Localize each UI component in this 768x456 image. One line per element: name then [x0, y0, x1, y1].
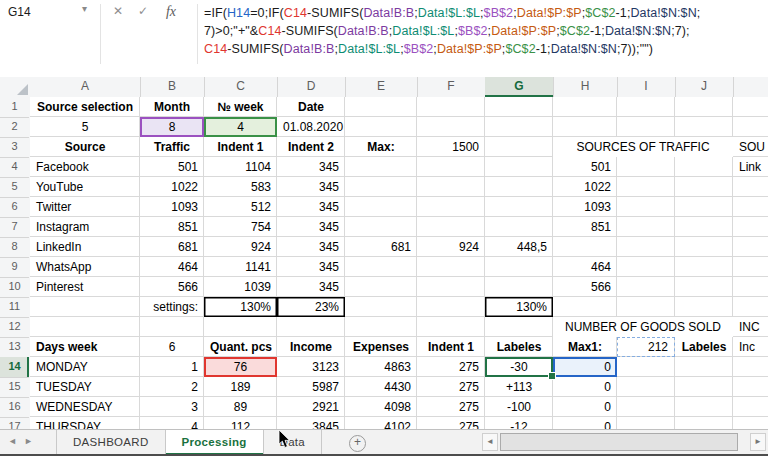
row-header-13[interactable]: 13: [0, 337, 29, 358]
cell-C10[interactable]: 1039: [204, 277, 277, 297]
scroll-right-icon[interactable]: ►: [750, 433, 766, 451]
cell-D16[interactable]: 2921: [277, 397, 345, 417]
cell-E8[interactable]: 681: [345, 237, 417, 257]
row-header-4[interactable]: 4: [0, 157, 29, 178]
cell-E15[interactable]: 4430: [345, 377, 417, 397]
cell-C15[interactable]: 189: [204, 377, 277, 397]
cell-H4[interactable]: 501: [553, 157, 617, 177]
row-header-8[interactable]: 8: [0, 237, 29, 258]
cell-H5[interactable]: 1022: [553, 177, 617, 197]
formula-input[interactable]: =IF(H14=0;IF(C14-SUMIFS(Data!B:B;Data!$L…: [204, 4, 766, 58]
row-header-16[interactable]: 16: [0, 397, 29, 418]
cell-D7[interactable]: 345: [277, 217, 345, 237]
scroll-left-icon[interactable]: ◄: [482, 433, 498, 451]
cell-H12[interactable]: NUMBER OF GOODS SOLD: [553, 317, 733, 337]
cell-A17[interactable]: THURSDAY: [30, 417, 140, 429]
row-header-5[interactable]: 5: [0, 177, 29, 198]
cell-B1[interactable]: Month: [140, 97, 204, 117]
cell-G14[interactable]: -30: [485, 357, 553, 377]
cell-B7[interactable]: 851: [140, 217, 204, 237]
cell-B2[interactable]: 8: [140, 117, 204, 137]
cell-C9[interactable]: 1141: [204, 257, 277, 277]
cell-F16[interactable]: 275: [417, 397, 485, 417]
cell-C3[interactable]: Indent 1: [204, 137, 277, 157]
col-header-G[interactable]: G: [485, 77, 554, 97]
sheet-tab-processing[interactable]: Processing: [166, 430, 264, 455]
cell-B13[interactable]: 6: [140, 337, 204, 357]
cell-D6[interactable]: 345: [277, 197, 345, 217]
cell-H17[interactable]: 0: [553, 417, 617, 429]
cell-C6[interactable]: 512: [204, 197, 277, 217]
cell-C7[interactable]: 754: [204, 217, 277, 237]
cell-B3[interactable]: Traffic: [140, 137, 204, 157]
cell-B4[interactable]: 501: [140, 157, 204, 177]
cell-G8[interactable]: 448,5: [485, 237, 553, 257]
cell-B11[interactable]: settings:: [140, 297, 204, 317]
cell-C14[interactable]: 76: [204, 357, 277, 377]
cell-G13[interactable]: Labeles: [485, 337, 553, 357]
cell-G15[interactable]: +113: [485, 377, 553, 397]
select-all-corner[interactable]: [0, 77, 31, 98]
row-header-11[interactable]: 11: [0, 297, 29, 318]
tab-nav-left-icon[interactable]: ◄: [8, 436, 17, 446]
cell-C1[interactable]: № week: [204, 97, 277, 117]
row-header-10[interactable]: 10: [0, 277, 29, 298]
cell-C4[interactable]: 1104: [204, 157, 277, 177]
col-header-E[interactable]: E: [345, 77, 418, 97]
cell-C11[interactable]: 130%: [204, 297, 277, 317]
col-header-C[interactable]: C: [204, 77, 278, 97]
sheet-tab-dashboard[interactable]: DASHBOARD: [56, 430, 166, 455]
cell-F13[interactable]: Indent 1: [417, 337, 485, 357]
cell-B6[interactable]: 1093: [140, 197, 204, 217]
cell-A6[interactable]: Twitter: [30, 197, 140, 217]
cell-E13[interactable]: Expenses: [345, 337, 417, 357]
cell-A14[interactable]: MONDAY: [30, 357, 140, 377]
col-header-H[interactable]: H: [553, 77, 618, 97]
cell-B9[interactable]: 464: [140, 257, 204, 277]
cell-D2[interactable]: 01.08.2020: [277, 117, 345, 137]
cell-C5[interactable]: 583: [204, 177, 277, 197]
cell-A8[interactable]: LinkedIn: [30, 237, 140, 257]
cell-D13[interactable]: Income: [277, 337, 345, 357]
cell-G17[interactable]: -12: [485, 417, 553, 429]
col-header-B[interactable]: B: [140, 77, 205, 97]
cell-E16[interactable]: 4098: [345, 397, 417, 417]
cell-H16[interactable]: 0: [553, 397, 617, 417]
horizontal-scrollbar[interactable]: ◄ ►: [482, 433, 766, 451]
col-header-F[interactable]: F: [417, 77, 486, 97]
cell-A5[interactable]: YouTube: [30, 177, 140, 197]
cell-G16[interactable]: -100: [485, 397, 553, 417]
cell-K3[interactable]: SOU: [733, 137, 768, 157]
cell-K4[interactable]: Link: [733, 157, 768, 177]
cell-B17[interactable]: 4: [140, 417, 204, 429]
row-header-12[interactable]: 12: [0, 317, 29, 338]
fill-handle[interactable]: [548, 372, 556, 380]
cell-D5[interactable]: 345: [277, 177, 345, 197]
cell-B15[interactable]: 2: [140, 377, 204, 397]
cell-F14[interactable]: 275: [417, 357, 485, 377]
row-header-3[interactable]: 3: [0, 137, 29, 158]
cell-B16[interactable]: 3: [140, 397, 204, 417]
cell-A16[interactable]: WEDNESDAY: [30, 397, 140, 417]
cell-G11[interactable]: 130%: [485, 297, 553, 317]
cell-A3[interactable]: Source: [30, 137, 140, 157]
row-header-7[interactable]: 7: [0, 217, 29, 238]
cell-A4[interactable]: Facebook: [30, 157, 140, 177]
cell-A15[interactable]: TUESDAY: [30, 377, 140, 397]
cell-H14[interactable]: 0: [553, 357, 617, 377]
cell-C16[interactable]: 89: [204, 397, 277, 417]
add-sheet-button[interactable]: +: [349, 435, 366, 452]
sheet-tab-data[interactable]: Data: [264, 430, 323, 455]
cell-F8[interactable]: 924: [417, 237, 485, 257]
cell-A1[interactable]: Source selection: [30, 97, 140, 117]
cell-C13[interactable]: Quant. pcs: [204, 337, 277, 357]
cell-A10[interactable]: Pinterest: [30, 277, 140, 297]
cell-C8[interactable]: 924: [204, 237, 277, 257]
cell-A13[interactable]: Days week: [30, 337, 140, 357]
cell-E14[interactable]: 4863: [345, 357, 417, 377]
cell-C17[interactable]: 112: [204, 417, 277, 429]
row-header-9[interactable]: 9: [0, 257, 29, 278]
cell-F15[interactable]: 275: [417, 377, 485, 397]
cell-J13[interactable]: Labeles: [675, 337, 733, 357]
cell-A2[interactable]: 5: [30, 117, 140, 137]
